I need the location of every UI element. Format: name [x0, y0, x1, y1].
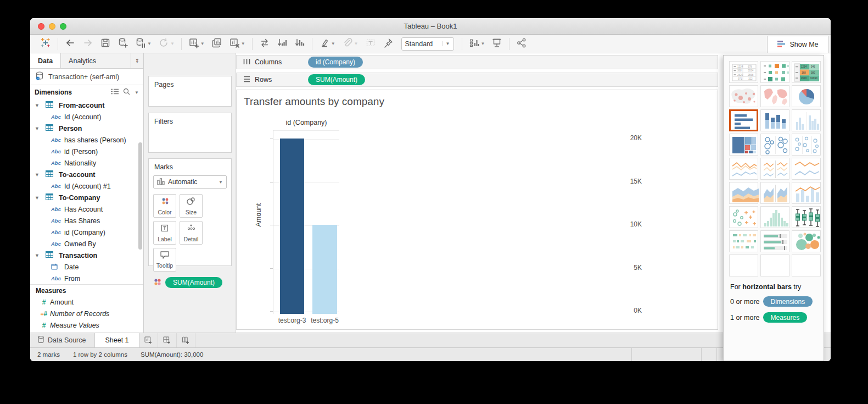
chevron-down-icon[interactable]: ▼	[35, 172, 41, 178]
show-me-dual-lines[interactable]	[792, 158, 821, 180]
show-me-highlight-table[interactable]: 1234546368380262062890	[792, 61, 821, 83]
pause-updates-button[interactable]: ▼	[132, 36, 155, 52]
show-me-button[interactable]: Show Me	[767, 36, 828, 53]
field-from[interactable]: AbcFrom	[30, 273, 143, 284]
clear-sheet-button[interactable]: ▼	[226, 36, 249, 52]
measure-measure-values[interactable]: #Measure Values	[30, 319, 143, 331]
field-date[interactable]: Date	[30, 261, 143, 273]
chevron-down-icon[interactable]: ▼	[35, 103, 41, 108]
fix-axes-button[interactable]	[379, 36, 397, 52]
show-me-circle-views[interactable]	[760, 134, 789, 156]
redo-button[interactable]	[79, 36, 97, 52]
measure-amount[interactable]: #Amount	[30, 296, 143, 308]
new-worksheet-tab-button[interactable]	[139, 333, 158, 347]
field-id-company-[interactable]: Abcid (Company)	[30, 226, 143, 238]
new-dashboard-tab-button[interactable]	[158, 333, 177, 347]
show-me-pie-chart[interactable]	[792, 85, 821, 107]
show-me-horizontal-bars[interactable]	[729, 109, 758, 131]
tab-analytics[interactable]: Analytics	[61, 53, 131, 68]
show-me-box-and-whisker[interactable]	[792, 206, 821, 228]
show-me-side-by-side-circles[interactable]	[792, 134, 821, 156]
tooltip-button[interactable]: Tooltip	[153, 248, 176, 272]
chevron-down-icon[interactable]: ▼	[35, 253, 41, 258]
filters-card[interactable]: Filters	[148, 113, 232, 153]
show-me-filled-map[interactable]	[760, 85, 789, 107]
format-workbook-button[interactable]: ▼	[339, 36, 362, 52]
sort-ascending-button[interactable]	[273, 36, 291, 52]
field-id-account-1[interactable]: AbcId (Account) #1	[30, 180, 143, 192]
color-button[interactable]: Color	[153, 194, 176, 218]
duplicate-button[interactable]	[208, 36, 226, 52]
show-me-histogram[interactable]	[760, 206, 789, 228]
field-has-shares-person-[interactable]: Abchas shares (Person)	[30, 134, 143, 146]
field-has-shares[interactable]: AbcHas Shares	[30, 215, 143, 226]
show-me-continuous-lines[interactable]	[729, 158, 758, 180]
dimension-table-transaction[interactable]: ▼Transaction	[30, 250, 143, 261]
pill-id-company[interactable]: id (Company)	[308, 57, 363, 68]
show-mark-labels-button[interactable]: ▼	[466, 36, 489, 52]
save-button[interactable]	[97, 36, 114, 52]
bar-test:org-5[interactable]	[312, 225, 337, 314]
dimension-table-from-account[interactable]: ▼From-account	[30, 99, 143, 111]
show-me-packed-bubbles[interactable]	[792, 230, 821, 252]
show-me-dual-combination[interactable]	[792, 182, 821, 204]
show-me-gantt[interactable]	[729, 230, 758, 252]
sort-descending-button[interactable]	[291, 36, 309, 52]
show-me-heat-map[interactable]	[760, 61, 789, 83]
dimension-table-to-account[interactable]: ▼To-account	[30, 169, 143, 180]
dimension-table-to-company[interactable]: ▼To-Company	[30, 192, 143, 203]
share-button[interactable]	[513, 36, 530, 52]
tab-data-source[interactable]: Data Source	[30, 333, 94, 347]
pill-sum-amount[interactable]: SUM(Amount)	[308, 74, 365, 85]
show-me-symbol-map[interactable]	[729, 85, 758, 107]
show-me-side-by-side-bars[interactable]	[792, 109, 821, 131]
view-mode-dropdown[interactable]: Standard▼	[401, 37, 454, 51]
field-owned-by[interactable]: AbcOwned By	[30, 238, 143, 250]
label-button[interactable]: Label	[153, 221, 176, 245]
undo-button[interactable]	[61, 36, 79, 52]
tab-data[interactable]: Data	[30, 53, 61, 68]
bar-test:org-3[interactable]	[280, 139, 304, 314]
rows-shelf[interactable]: Rows SUM(Amount)	[236, 73, 718, 87]
sort-fields-icon[interactable]: ⇕	[131, 53, 143, 68]
find-field-icon[interactable]	[123, 88, 130, 97]
new-story-tab-button[interactable]	[177, 333, 195, 347]
presentation-mode-button[interactable]	[488, 36, 506, 52]
new-worksheet-button[interactable]: ▼	[185, 36, 208, 52]
mark-type-dropdown[interactable]: Automatic ▼	[153, 175, 227, 189]
columns-shelf[interactable]: Columns id (Company)	[236, 55, 718, 69]
chevron-down-icon[interactable]: ▼	[35, 195, 41, 201]
new-datasource-button[interactable]	[114, 36, 132, 52]
show-me-discrete-lines[interactable]	[760, 158, 789, 180]
swap-rows-columns-button[interactable]	[256, 36, 273, 52]
new-sheet-icon	[188, 37, 199, 51]
y-tick-label: 15K	[620, 178, 642, 185]
show-me-bullet-graph[interactable]	[760, 230, 789, 252]
pane-menu-chevron-icon[interactable]: ▼	[135, 90, 139, 95]
show-captions-button[interactable]	[362, 36, 379, 52]
show-me-treemap[interactable]	[729, 134, 758, 156]
datasource-item[interactable]: Transaction+ (serf-aml)	[30, 69, 143, 85]
measure-number-of-records[interactable]: =#Number of Records	[30, 308, 143, 319]
view-as-list-icon[interactable]	[111, 88, 119, 96]
show-me-stacked-bars[interactable]	[760, 109, 789, 131]
run-update-button[interactable]: ▼	[155, 36, 178, 52]
marks-pill-sum-amount[interactable]: SUM(Amount)	[165, 277, 222, 288]
detail-button[interactable]: Detail	[180, 221, 203, 245]
show-me-continuous-area[interactable]	[729, 182, 758, 204]
chevron-down-icon[interactable]: ▼	[35, 126, 41, 131]
dimensions-scrollbar[interactable]	[138, 142, 142, 250]
field-id-account-[interactable]: AbcId (Account)	[30, 111, 143, 123]
size-button[interactable]: Size	[180, 194, 203, 218]
mark-type-icon	[157, 178, 165, 186]
show-me-discrete-area[interactable]	[760, 182, 789, 204]
dimension-table-person[interactable]: ▼Person	[30, 123, 143, 134]
field-nationality[interactable]: AbcNationality	[30, 157, 143, 169]
show-me-scatter-plot[interactable]	[729, 206, 758, 228]
field-has-account[interactable]: AbcHas Account	[30, 203, 143, 215]
pages-card[interactable]: Pages	[148, 76, 232, 107]
field-id-person-[interactable]: Abcid (Person)	[30, 146, 143, 157]
tab-sheet-1[interactable]: Sheet 1	[94, 333, 139, 347]
show-me-text-table[interactable]: 1234678368303426202568971322	[729, 61, 758, 83]
highlight-button[interactable]: ▼	[316, 36, 339, 52]
